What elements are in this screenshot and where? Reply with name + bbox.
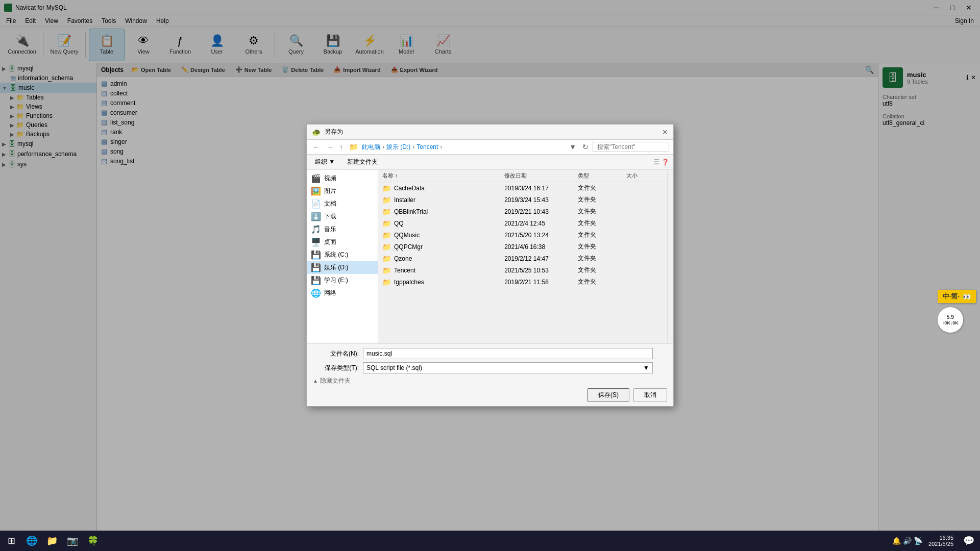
nav-forward-button[interactable]: → bbox=[324, 142, 335, 152]
filetype-row: 保存类型(T): SQL script file (*.sql) ▼ bbox=[313, 362, 667, 373]
filetype-select[interactable]: SQL script file (*.sql) ▼ bbox=[363, 362, 653, 373]
tray-icon-2: 🔊 bbox=[903, 537, 912, 545]
dialog-overlay: 🐢 另存为 ✕ ← → ↑ 📁 此电脑 › 娱乐 (D:) › Tencent … bbox=[0, 0, 980, 531]
file-row[interactable]: 📁 CacheData 2019/3/24 16:17 文件夹 bbox=[378, 182, 667, 194]
file-date-tgppatches: 2019/2/21 11:58 bbox=[504, 279, 577, 286]
notification-icon: 💬 bbox=[963, 535, 974, 546]
start-icon: ⊞ bbox=[8, 535, 15, 546]
file-name-qqpcmgr: 📁 QQPCMgr bbox=[382, 243, 504, 251]
save-button[interactable]: 保存(S) bbox=[587, 388, 629, 402]
filetype-value: SQL script file (*.sql) bbox=[366, 364, 422, 371]
hide-folders-toggle[interactable]: ▲ 隐藏文件夹 bbox=[313, 377, 667, 385]
system-tray: 🔔 🔊 📡 bbox=[892, 537, 926, 545]
filename-row: 文件名(N): bbox=[313, 348, 667, 359]
file-label-qqpcmgr: QQPCMgr bbox=[394, 243, 423, 251]
file-name-qzone: 📁 Qzone bbox=[382, 255, 504, 263]
nav-refresh-button[interactable]: ↻ bbox=[580, 142, 591, 152]
new-folder-button[interactable]: 新建文件夹 bbox=[343, 157, 382, 167]
col-date[interactable]: 修改日期 bbox=[504, 172, 577, 180]
camera-icon: 📷 bbox=[67, 535, 78, 546]
filename-input[interactable] bbox=[363, 348, 653, 359]
nav-path: 此电脑 › 娱乐 (D:) › Tencent › bbox=[362, 143, 565, 152]
folder-icon-qbblinktrial: 📁 bbox=[382, 208, 391, 216]
dialog-sidebar-documents[interactable]: 📄 文档 bbox=[307, 197, 378, 210]
file-row[interactable]: 📁 Tencent 2021/5/25 10:53 文件夹 bbox=[378, 264, 667, 276]
file-name-installer: 📁 Installer bbox=[382, 196, 504, 204]
dialog-sidebar-network[interactable]: 🌐 网络 bbox=[307, 287, 378, 299]
view-options-button[interactable]: ☰ bbox=[654, 159, 659, 166]
file-row[interactable]: 📁 QQPCMgr 2021/4/6 16:38 文件夹 bbox=[378, 241, 667, 253]
nav-path-d[interactable]: 娱乐 (D:) bbox=[386, 143, 410, 152]
nav-path-computer[interactable]: 此电脑 bbox=[362, 143, 380, 152]
drive-d-icon: 💾 bbox=[311, 263, 321, 272]
dialog-sidebar-label-music: 音乐 bbox=[324, 225, 336, 234]
network-widget[interactable]: 5.9↑0K↓0K bbox=[938, 307, 963, 333]
file-type-cachedata: 文件夹 bbox=[578, 184, 627, 192]
desktop-icon: 🖥️ bbox=[311, 237, 321, 247]
dialog-sidebar-label-drive-c: 系统 (C:) bbox=[324, 251, 348, 259]
dialog-sidebar-pictures[interactable]: 🖼️ 图片 bbox=[307, 185, 378, 197]
dialog-sidebar-downloads[interactable]: ⬇️ 下载 bbox=[307, 210, 378, 223]
dialog-nav: ← → ↑ 📁 此电脑 › 娱乐 (D:) › Tencent › ▼ ↻ bbox=[307, 140, 673, 155]
col-name[interactable]: 名称 ↑ bbox=[382, 172, 504, 180]
nav-search-input[interactable] bbox=[593, 142, 669, 152]
clock-time: 16:35 bbox=[928, 535, 953, 541]
dialog-sidebar-label-downloads: 下载 bbox=[324, 212, 336, 221]
nav-up-button[interactable]: ↑ bbox=[337, 142, 345, 152]
dialog-sidebar-label-network: 网络 bbox=[324, 289, 336, 297]
cancel-button[interactable]: 取消 bbox=[633, 388, 667, 402]
file-date-qbblinktrial: 2019/2/21 10:43 bbox=[504, 208, 577, 215]
nav-path-sep-1: › bbox=[382, 143, 384, 151]
file-row[interactable]: 📁 Installer 2019/3/24 15:43 文件夹 bbox=[378, 194, 667, 206]
file-row[interactable]: 📁 QQ 2021/2/4 12:45 文件夹 bbox=[378, 217, 667, 229]
notification-button[interactable]: 💬 bbox=[960, 532, 978, 550]
save-as-dialog: 🐢 另存为 ✕ ← → ↑ 📁 此电脑 › 娱乐 (D:) › Tencent … bbox=[306, 124, 674, 407]
taskbar-app-button[interactable]: 🍀 bbox=[84, 532, 102, 550]
hide-folders-label: 隐藏文件夹 bbox=[320, 377, 351, 385]
file-type-qbblinktrial: 文件夹 bbox=[578, 207, 627, 216]
tray-icon-3: 📡 bbox=[914, 537, 922, 545]
taskbar-explorer-button[interactable]: 📁 bbox=[43, 532, 61, 550]
organize-button[interactable]: 组织 ▼ bbox=[311, 157, 339, 167]
download-icon: ⬇️ bbox=[311, 212, 321, 221]
dialog-app-icon: 🐢 bbox=[312, 128, 321, 136]
tray-icon-1: 🔔 bbox=[892, 537, 901, 545]
ime-eyes-icon: 👀 bbox=[963, 293, 971, 300]
dialog-sidebar-drive-e[interactable]: 💾 学习 (E:) bbox=[307, 274, 378, 287]
file-type-qzone: 文件夹 bbox=[578, 254, 627, 263]
nav-path-tencent[interactable]: Tencent bbox=[416, 143, 438, 151]
taskbar-browser-button[interactable]: 🌐 bbox=[22, 532, 41, 550]
dialog-sidebar-drive-c[interactable]: 💾 系统 (C:) bbox=[307, 248, 378, 261]
help-button[interactable]: ❓ bbox=[662, 159, 669, 166]
dialog-sidebar-desktop[interactable]: 🖥️ 桌面 bbox=[307, 236, 378, 248]
file-row[interactable]: 📁 Qzone 2019/2/12 14:47 文件夹 bbox=[378, 253, 667, 264]
file-row[interactable]: 📁 tgppatches 2019/2/21 11:58 文件夹 bbox=[378, 276, 667, 288]
dialog-toolbar: 组织 ▼ 新建文件夹 ☰ ❓ bbox=[307, 155, 673, 170]
start-button[interactable]: ⊞ bbox=[2, 532, 20, 550]
file-scrollbar[interactable] bbox=[667, 170, 673, 343]
file-row[interactable]: 📁 QBBlinkTrial 2019/2/21 10:43 文件夹 bbox=[378, 206, 667, 217]
network-icon: 🌐 bbox=[311, 288, 321, 298]
col-size[interactable]: 大小 bbox=[626, 172, 663, 180]
ime-widget[interactable]: 中·简· 👀 bbox=[938, 290, 976, 303]
dialog-sidebar-videos[interactable]: 🎬 视频 bbox=[307, 172, 378, 185]
dialog-sidebar-music[interactable]: 🎵 音乐 bbox=[307, 223, 378, 236]
network-speed: 5.9↑0K↓0K bbox=[942, 314, 959, 325]
nav-back-button[interactable]: ← bbox=[311, 142, 322, 152]
file-label-tencent: Tencent bbox=[394, 267, 415, 274]
dialog-title-bar: 🐢 另存为 ✕ bbox=[307, 124, 673, 140]
nav-dropdown-button[interactable]: ▼ bbox=[567, 142, 578, 152]
folder-icon-installer: 📁 bbox=[382, 196, 391, 204]
dialog-close-button[interactable]: ✕ bbox=[662, 128, 668, 136]
file-name-cachedata: 📁 CacheData bbox=[382, 184, 504, 192]
taskbar-clock: 16:35 2021/5/25 bbox=[928, 535, 958, 547]
file-date-qqpcmgr: 2021/4/6 16:38 bbox=[504, 243, 577, 251]
col-type[interactable]: 类型 bbox=[578, 172, 627, 180]
file-row[interactable]: 📁 QQMusic 2021/5/20 13:24 文件夹 bbox=[378, 229, 667, 241]
dialog-sidebar-drive-d[interactable]: 💾 娱乐 (D:) bbox=[307, 261, 378, 274]
nav-path-sep-3: › bbox=[440, 143, 442, 151]
filetype-label: 保存类型(T): bbox=[313, 364, 359, 372]
taskbar-camera-button[interactable]: 📷 bbox=[63, 532, 82, 550]
drive-e-icon: 💾 bbox=[311, 276, 321, 285]
file-label-qq: QQ bbox=[394, 220, 404, 227]
